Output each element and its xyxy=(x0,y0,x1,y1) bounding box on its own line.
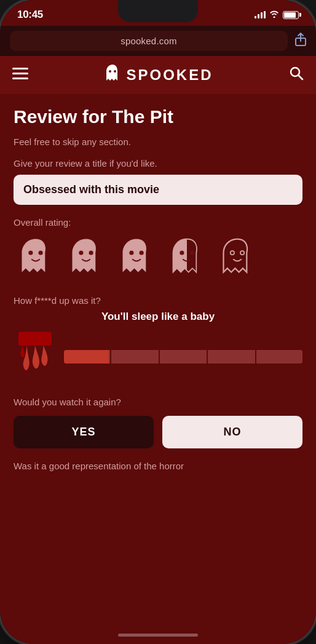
ghost-rating-1[interactable] xyxy=(14,236,58,280)
blood-drip-icon xyxy=(14,329,57,384)
scary-divider-2 xyxy=(159,350,160,364)
signal-bar-4 xyxy=(264,11,266,18)
home-indicator xyxy=(118,634,198,637)
signal-bar-3 xyxy=(261,12,263,18)
logo-ghost-icon xyxy=(104,63,121,87)
scary-divider-1 xyxy=(110,350,111,364)
ghost-rating xyxy=(14,236,302,280)
signal-bar-1 xyxy=(255,16,256,18)
scary-title: You'll sleep like a baby xyxy=(14,311,302,323)
browser-url-bar[interactable]: spooked.com xyxy=(10,31,288,51)
svg-point-9 xyxy=(39,250,43,255)
scary-segment-4 xyxy=(209,350,254,364)
status-time: 10:45 xyxy=(17,9,43,21)
watch-again-buttons: YES NO xyxy=(14,416,302,448)
search-icon[interactable] xyxy=(289,66,304,84)
horror-representation-label: Was it a good representation of the horr… xyxy=(14,461,302,471)
battery-icon xyxy=(283,11,299,19)
watch-again-label: Would you watch it again? xyxy=(14,397,302,407)
svg-point-17 xyxy=(231,251,234,255)
nav-bar: SPOOKED xyxy=(0,56,316,94)
no-button[interactable]: NO xyxy=(162,416,302,448)
skip-hint: Feel free to skip any section. xyxy=(14,137,302,147)
scary-segment-2 xyxy=(113,350,157,364)
scary-label: How f****d up was it? xyxy=(14,295,302,306)
signal-bar-2 xyxy=(258,14,259,18)
ghost-rating-3[interactable] xyxy=(114,236,159,280)
scary-divider-4 xyxy=(255,350,256,364)
ghost-rating-2[interactable] xyxy=(64,236,108,280)
svg-line-7 xyxy=(299,76,303,80)
scary-bar-track xyxy=(64,350,302,364)
svg-point-13 xyxy=(140,250,144,255)
browser-share-button[interactable] xyxy=(295,33,306,49)
hamburger-menu-icon[interactable] xyxy=(12,68,28,82)
logo-text: SPOOKED xyxy=(126,66,213,84)
notch xyxy=(118,0,198,22)
svg-point-11 xyxy=(89,250,93,255)
svg-point-8 xyxy=(28,250,33,255)
review-title-input[interactable] xyxy=(14,175,302,205)
svg-point-16 xyxy=(190,250,194,255)
phone-screen: 10:45 spook xyxy=(0,0,316,644)
scary-segment-1 xyxy=(64,350,109,364)
svg-rect-3 xyxy=(12,78,28,79)
yes-button[interactable]: YES xyxy=(14,416,154,448)
ghost-rating-5[interactable] xyxy=(215,236,259,280)
svg-point-18 xyxy=(240,251,244,255)
scary-segment-5 xyxy=(258,350,302,364)
svg-point-10 xyxy=(79,250,83,255)
svg-point-5 xyxy=(114,70,116,73)
page-title: Review for The Pit xyxy=(14,106,302,127)
svg-point-12 xyxy=(129,250,133,255)
title-input-label: Give your review a title if you'd like. xyxy=(14,158,302,169)
status-icons xyxy=(255,10,299,20)
phone-frame: 10:45 spook xyxy=(0,0,316,644)
scary-meter-container xyxy=(14,329,302,384)
ghost-rating-4[interactable] xyxy=(165,236,209,280)
battery-fill xyxy=(284,12,296,18)
browser-bar: spooked.com xyxy=(0,26,316,56)
scary-bar[interactable] xyxy=(64,350,302,364)
svg-rect-1 xyxy=(12,68,28,70)
wifi-icon xyxy=(269,10,279,20)
svg-rect-20 xyxy=(18,332,52,346)
browser-url-text: spooked.com xyxy=(120,36,176,46)
main-content: Review for The Pit Feel free to skip any… xyxy=(0,94,316,483)
scary-segment-3 xyxy=(161,350,206,364)
signal-bars-icon xyxy=(255,11,266,18)
rating-label: Overall rating: xyxy=(14,217,302,228)
svg-point-15 xyxy=(180,250,184,255)
nav-logo[interactable]: SPOOKED xyxy=(104,63,213,87)
svg-rect-2 xyxy=(12,73,28,74)
scary-divider-3 xyxy=(207,350,208,364)
svg-point-4 xyxy=(109,70,111,73)
